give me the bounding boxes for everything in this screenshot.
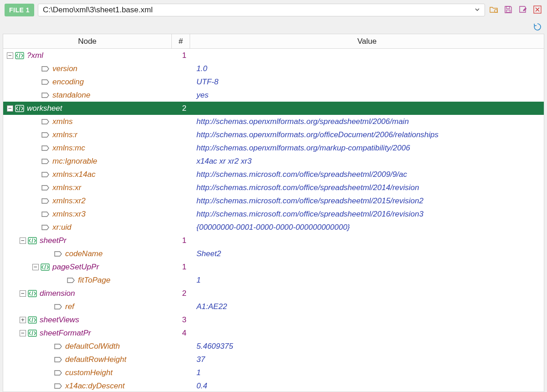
attribute-icon [41,224,50,231]
attribute-icon [41,144,50,152]
node-name: xmlns:x14ac [52,170,95,179]
node-name: customHeight [65,368,113,377]
node-cell: −pageSetUpPr [3,260,172,273]
tree-row[interactable]: xr:uid{00000000-0001-0000-0000-000000000… [3,221,544,234]
node-index: 2 [182,289,186,298]
value-cell: Sheet2 [190,249,544,258]
grid-area: Node # Value −?xml1version1.0encodingUTF… [3,34,544,392]
tree-row[interactable]: refA1:AE22 [3,300,544,313]
node-index: 1 [182,51,186,60]
node-cell: standalone [3,88,172,102]
svg-rect-3 [506,10,510,12]
tree-row[interactable]: −?xml1 [3,49,544,62]
node-cell: xmlns:r [3,128,172,141]
node-name: worksheet [27,104,62,113]
value-cell: http://schemas.openxmlformats.org/spread… [190,117,544,126]
close-icon[interactable] [532,5,542,15]
chevron-down-icon[interactable] [473,7,482,14]
tree-row[interactable]: defaultRowHeight37 [3,353,544,366]
attribute-icon [53,303,62,310]
tree-row[interactable]: xmlns:xr3http://schemas.microsoft.com/of… [3,207,544,221]
path-field[interactable] [38,4,485,16]
attribute-icon [53,356,62,363]
tree-row[interactable]: defaultColWidth5.4609375 [3,340,544,353]
value-cell: 1 [190,276,544,285]
column-header-value[interactable]: Value [190,34,544,48]
tree-row[interactable]: fitToPage1 [3,273,544,287]
value-cell: {00000000-0001-0000-0000-000000000000} [190,223,544,232]
value-cell: x14ac xr xr2 xr3 [190,157,544,166]
attribute-icon [41,92,50,99]
node-name: standalone [52,91,90,100]
node-name: xmlns:xr [52,183,81,192]
tree-row[interactable]: encodingUTF-8 [3,75,544,88]
node-name: xr:uid [52,223,72,232]
element-icon [28,290,37,297]
tree-row[interactable]: −worksheet2 [3,102,544,115]
num-cell: 2 [172,289,190,298]
collapse-icon[interactable]: − [7,52,13,59]
num-cell: 2 [172,104,190,113]
collapse-icon[interactable]: − [20,237,26,244]
refresh-icon[interactable] [532,22,542,32]
node-cell: codeName [3,247,172,260]
collapse-icon[interactable]: − [32,264,39,270]
node-cell: +sheetViews [3,313,172,326]
node-cell: −sheetPr [3,234,172,247]
tree-row[interactable]: −dimension2 [3,287,544,300]
tree-row[interactable]: xmlns:xrhttp://schemas.microsoft.com/off… [3,181,544,194]
open-folder-icon[interactable] [489,5,499,15]
path-input[interactable] [43,5,473,15]
collapse-icon[interactable]: − [7,105,13,112]
node-name: defaultColWidth [65,342,120,351]
attribute-icon [41,118,50,125]
node-cell: xmlns:xr2 [3,194,172,207]
tree-row[interactable]: xmlns:x14achttp://schemas.microsoft.com/… [3,168,544,181]
node-name: version [52,64,77,73]
collapse-icon[interactable]: − [20,330,26,336]
attribute-icon [53,343,62,350]
element-icon [28,330,37,337]
tree-row[interactable]: customHeight1 [3,366,544,379]
refresh-row [0,22,547,34]
value-cell: 1.0 [190,64,544,73]
node-cell: xmlns:xr3 [3,207,172,221]
tree-row[interactable]: xmlnshttp://schemas.openxmlformats.org/s… [3,115,544,128]
tree-row[interactable]: standaloneyes [3,88,544,102]
tree-row[interactable]: mc:Ignorablex14ac xr xr2 xr3 [3,155,544,168]
node-index: 4 [182,329,186,337]
tree-row[interactable]: −sheetFormatPr4 [3,326,544,340]
file-badge: FILE 1 [5,4,34,16]
node-name: ref [65,302,74,311]
topbar: FILE 1 [0,0,547,22]
attribute-icon [41,131,50,139]
tree-row[interactable]: xmlns:xr2http://schemas.microsoft.com/of… [3,194,544,207]
node-cell: xmlns:mc [3,141,172,155]
node-name: mc:Ignorable [52,157,97,166]
tree-row[interactable]: codeNameSheet2 [3,247,544,260]
node-name: xmlns:xr3 [52,210,86,219]
node-index: 3 [182,315,186,324]
tree-row[interactable]: version1.0 [3,62,544,75]
element-icon [41,263,50,271]
attribute-icon [53,250,62,258]
column-header-num[interactable]: # [172,34,190,48]
tree-row[interactable]: −pageSetUpPr1 [3,260,544,273]
tree-row[interactable]: +sheetViews3 [3,313,544,326]
value-cell: 37 [190,355,544,364]
column-header-node[interactable]: Node [3,34,172,48]
save-icon[interactable] [503,5,513,15]
tree-rows[interactable]: −?xml1version1.0encodingUTF-8standaloney… [3,49,544,392]
node-name: encoding [52,77,84,87]
value-cell: 0.4 [190,382,544,391]
node-cell: defaultColWidth [3,340,172,353]
tree-row[interactable]: xmlns:rhttp://schemas.openxmlformats.org… [3,128,544,141]
expand-icon[interactable]: + [20,317,26,323]
tree-row[interactable]: xmlns:mchttp://schemas.openxmlformats.or… [3,141,544,155]
grid-header: Node # Value [3,34,544,49]
attribute-icon [41,197,50,205]
collapse-icon[interactable]: − [20,290,26,297]
save-edit-icon[interactable] [518,5,528,15]
tree-row[interactable]: −sheetPr1 [3,234,544,247]
tree-row[interactable]: x14ac:dyDescent0.4 [3,379,544,392]
